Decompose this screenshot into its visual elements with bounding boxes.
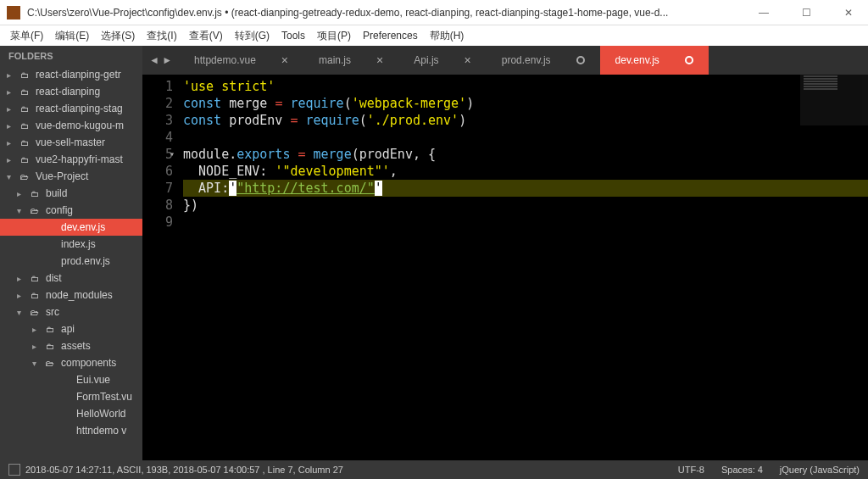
menu-select[interactable]: 选择(S) [101, 29, 135, 43]
status-encoding[interactable]: UTF-8 [678, 465, 704, 475]
menu-find[interactable]: 查找(I) [147, 29, 176, 43]
sidebar: FOLDERS ▸🗀react-dianping-getr▸🗀react-dia… [0, 46, 142, 460]
status-left: 2018-05-07 14:27:11, ASCII, 193B, 2018-0… [8, 464, 678, 476]
menu-tools[interactable]: Tools [281, 30, 305, 42]
tab-label: prod.env.js [502, 54, 551, 66]
folder-item[interactable]: ▾🗁components [0, 354, 142, 371]
status-right: UTF-8 Spaces: 4 jQuery (JavaScript) [678, 465, 860, 475]
close-icon[interactable]: × [376, 53, 383, 67]
tab[interactable]: prod.env.js [487, 46, 600, 75]
titlebar-path: C:\Users\zero\Vue-Project\config\dev.env… [27, 7, 751, 19]
menu-view[interactable]: 查看(V) [189, 29, 223, 43]
file-item[interactable]: HelloWorld [0, 405, 142, 422]
folder-item[interactable]: ▸🗀dist [0, 270, 142, 287]
file-item[interactable]: FormTest.vu [0, 388, 142, 405]
tab-label: main.js [319, 54, 351, 66]
line-number: 6 [142, 163, 173, 180]
tab-label: httpdemo.vue [194, 54, 256, 66]
folder-item[interactable]: ▾🗁Vue-Project [0, 168, 142, 185]
file-item[interactable]: Eui.vue [0, 371, 142, 388]
tab[interactable]: dev.env.js [600, 46, 709, 75]
tab-bar: ◄ ► httpdemo.vue×main.js×Api.js×prod.env… [142, 46, 868, 75]
status-info: 2018-05-07 14:27:11, ASCII, 193B, 2018-0… [25, 465, 343, 475]
line-number: 5▾ [142, 146, 173, 163]
file-tree: ▸🗀react-dianping-getr▸🗀react-dianping▸🗀r… [0, 66, 142, 439]
line-number: 4 [142, 129, 173, 146]
line-number: 2 [142, 95, 173, 112]
app-icon [7, 6, 20, 19]
folder-item[interactable]: ▸🗀react-dianping-stag [0, 100, 142, 117]
file-item[interactable]: httndemo v [0, 422, 142, 439]
close-icon[interactable]: × [281, 53, 288, 67]
menu-preferences[interactable]: Preferences [363, 30, 418, 42]
folder-item[interactable]: ▸🗀react-dianping-getr [0, 66, 142, 83]
folder-item[interactable]: ▸🗀vue-sell-master [0, 134, 142, 151]
window-controls: — ☐ ✕ [751, 7, 861, 19]
dirty-icon [685, 56, 693, 64]
menu-help[interactable]: 帮助(H) [430, 29, 465, 43]
file-item[interactable]: dev.env.js [0, 219, 142, 236]
folder-item[interactable]: ▸🗀api [0, 320, 142, 337]
minimap[interactable] [800, 75, 868, 125]
menu-edit[interactable]: 编辑(E) [55, 29, 89, 43]
folder-item[interactable]: ▾🗁config [0, 202, 142, 219]
fold-icon[interactable]: ▾ [170, 146, 175, 163]
folder-item[interactable]: ▾🗁src [0, 304, 142, 320]
tab-scroll-arrows[interactable]: ◄ ► [142, 46, 179, 75]
line-number: 9 [142, 214, 173, 231]
line-number: 8 [142, 197, 173, 214]
status-spaces[interactable]: Spaces: 4 [721, 465, 763, 475]
menu-project[interactable]: 项目(P) [317, 29, 351, 43]
line-gutter: 1 2 3 4 5▾ 6 7 8 9 [142, 75, 183, 460]
main-area: FOLDERS ▸🗀react-dianping-getr▸🗀react-dia… [0, 46, 868, 460]
file-item[interactable]: prod.env.js [0, 253, 142, 270]
tab[interactable]: Api.js× [398, 46, 487, 75]
menu-file[interactable]: 菜单(F) [10, 29, 43, 43]
folder-item[interactable]: ▸🗀vue-demo-kugou-m [0, 117, 142, 134]
tab-label: dev.env.js [615, 54, 659, 66]
menubar: 菜单(F) 编辑(E) 选择(S) 查找(I) 查看(V) 转到(G) Tool… [0, 25, 868, 46]
code-content[interactable]: 'use strict' const merge = require('webp… [183, 75, 868, 460]
close-button[interactable]: ✕ [836, 7, 861, 19]
line-number: 1 [142, 78, 173, 95]
line-number: 7 [142, 180, 173, 197]
file-item[interactable]: index.js [0, 236, 142, 253]
line-number: 3 [142, 112, 173, 129]
close-icon[interactable]: × [465, 53, 471, 67]
menu-goto[interactable]: 转到(G) [235, 29, 270, 43]
folder-item[interactable]: ▸🗀node_modules [0, 287, 142, 304]
folder-item[interactable]: ▸🗀assets [0, 337, 142, 354]
editor-area: ◄ ► httpdemo.vue×main.js×Api.js×prod.env… [142, 46, 868, 460]
maximize-button[interactable]: ☐ [793, 7, 819, 19]
folder-item[interactable]: ▸🗀vue2-happyfri-mast [0, 151, 142, 168]
tab[interactable]: main.js× [303, 46, 398, 75]
status-syntax[interactable]: jQuery (JavaScript) [780, 465, 860, 475]
status-icon [8, 464, 20, 476]
dirty-icon [576, 56, 585, 64]
code-editor[interactable]: 1 2 3 4 5▾ 6 7 8 9 'use strict' const me… [142, 75, 868, 460]
folder-item[interactable]: ▸🗀build [0, 185, 142, 202]
statusbar: 2018-05-07 14:27:11, ASCII, 193B, 2018-0… [0, 460, 868, 479]
tab-label: Api.js [414, 54, 438, 66]
minimize-button[interactable]: — [751, 7, 776, 19]
tab[interactable]: httpdemo.vue× [179, 46, 303, 75]
folder-item[interactable]: ▸🗀react-dianping [0, 83, 142, 100]
sidebar-header: FOLDERS [0, 46, 142, 66]
titlebar: C:\Users\zero\Vue-Project\config\dev.env… [0, 0, 868, 25]
